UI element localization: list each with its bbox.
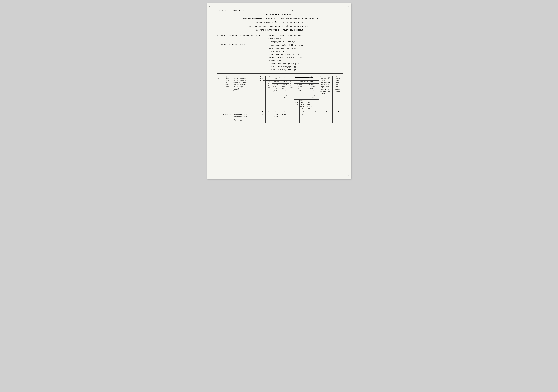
row1-labor-total: 2 (319, 113, 332, 123)
cost-on: Стоимость на: (268, 59, 343, 62)
header-total-all-val: ос-нов-ной (294, 100, 300, 110)
corner-tr: ┐ (348, 5, 349, 7)
row1-total-basic: I (300, 113, 306, 123)
header-mass: Общаямассаобо-ру-до-ва-ния, тбруттонетто (332, 76, 343, 110)
header-cipher: Шифр иномерспози-циинорма-тива (222, 76, 233, 110)
row1-unit-mount-all: 2,040,44 (272, 113, 280, 123)
col-num-10: IO (300, 110, 306, 113)
top-right-spacer (337, 9, 343, 11)
row1-cipher: 8-481-20 (222, 113, 233, 123)
m2: 1 м2 общей площади — руб. (271, 65, 343, 68)
subtitle4: ляемого комплектно с погрузчиком скиповы… (217, 29, 343, 32)
subtitle1: к типовому проектному решению узла разде… (217, 17, 343, 20)
table-row: I 8-481-20 Присоединение кэлектросети эл… (217, 113, 343, 123)
col-num-7: 7 (280, 110, 289, 113)
col-num-12: I2 (313, 110, 319, 113)
header-total-mount: монтажных работ (294, 80, 319, 83)
row1-total-equip: — (289, 113, 294, 123)
col-num-5: 5 (265, 110, 272, 113)
basis-text: Основание: чертежи (спецификации) № СО (217, 34, 265, 37)
info-block: Основание: чертежи (спецификации) № СО С… (217, 34, 343, 72)
header-unit-cost: Стоимость единицы,руб. (265, 76, 289, 80)
row1-num: I (217, 113, 222, 123)
header-total-equip: обо-до-ва-ния (289, 80, 294, 110)
calc-unit: расчетную единицу 0,6 руб. (271, 62, 343, 65)
subtitle3: на приобретение и монтаж электрооборудов… (217, 25, 343, 28)
table-section: №пп Шифр иномерспози-циинорма-тива Наиме… (217, 76, 343, 123)
mount-works: монтажных работ 0,03 тнс.руб. (271, 43, 343, 47)
col-num-1: I (217, 110, 222, 113)
equipment: оборудования — тнс.руб. (271, 40, 343, 43)
col-num-6: 6 (272, 110, 280, 113)
header-qty: Коли-чест-во во (259, 76, 265, 110)
corner-tl: ┌ (209, 5, 210, 7)
col-num-9: 9 (294, 110, 300, 113)
in-that: В том числе: (268, 37, 343, 40)
header-total-exp-basic: в томчислезара-ботнойплаты (306, 100, 313, 110)
page-number: 44 (247, 9, 337, 12)
info-left: Основание: чертежи (спецификации) № СО С… (217, 34, 268, 72)
header-labor: Затраты тру-да рабочих,чел.-ч.,не заняты… (319, 76, 332, 110)
header-name: Наименование ихарактеристикаоборудования… (233, 76, 259, 110)
corner-br: ┘ (348, 175, 349, 177)
title-section: ЛОКАЛЬНАЯ СМЕТА № 7 к типовому проектном… (217, 13, 343, 32)
col-num-3: 3 (233, 110, 259, 113)
col-num-2: 2 (222, 110, 233, 113)
row1-qty: I (259, 113, 265, 123)
header-total-salary: зара-бот-нойплат-ы (300, 100, 306, 110)
m3: 1 м3 объема здания — руб. (271, 68, 343, 72)
info-right: Сметная стоимость 0,03 тнс.руб. В том чи… (268, 34, 343, 72)
col-num-14: I4 (332, 110, 343, 113)
col-num-11: II (306, 110, 313, 113)
col-num-8: 8 (289, 110, 294, 113)
bottom-left-mark: | (210, 174, 211, 176)
norm-cond: Нормативная условно-чистая (268, 46, 343, 50)
doc-ref: Т.П.Р. 4ТТ-I-О146.87 Ал.Ш (217, 9, 248, 12)
smet-cost: Сметная стоимость 0,03 тнс.руб. (268, 34, 343, 37)
estimate-table: №пп Шифр иномерспози-циинорма-тива Наиме… (217, 76, 343, 123)
header-total-exp-detail (313, 100, 319, 110)
header-total-exp: эксплу-атациимашинв томчислезара-ботнойп… (306, 83, 319, 100)
smet-salary: Сметная заработная плата тнс.руб. (268, 56, 343, 59)
row1-name: Присоединение кэлектросети элек-тродвига… (233, 113, 259, 123)
header-num: №пп (217, 76, 222, 110)
row1-total-exp: — (306, 113, 313, 123)
main-title: ЛОКАЛЬНАЯ СМЕТА № 7 (217, 13, 343, 16)
norm-labor: Нормативная трудоемкость чел.-ч (268, 53, 343, 56)
header-total-all: все-осн-осзара-бот-нойплаты (294, 83, 306, 100)
row1-labor-unit: 2— (313, 113, 319, 123)
subtitle2: склада мощностью 50 тнс.м3 древесины в г… (217, 21, 343, 24)
header-total-cost: Общая стоимость, руб. (289, 76, 319, 80)
row1-mass (332, 113, 343, 123)
header-unit-mount: монтажных работ (272, 80, 289, 83)
header-mount-all: всегооснов-нойзара-ботнойплаты (272, 83, 280, 110)
header-mount-exp: эксплуа-тациимашинв томчислезара-ботнойп… (280, 83, 289, 110)
document-page: ┌ ┐ ┘ Т.П.Р. 4ТТ-I-О146.87 Ал.Ш 44 ЛОКАЛ… (207, 3, 351, 179)
row1-total-all: 2 (294, 113, 300, 123)
row1-unit-equip: — (265, 113, 272, 123)
top-bar: Т.П.Р. 4ТТ-I-О146.87 Ал.Ш 44 (217, 9, 343, 12)
col-num-4: 4 (259, 110, 265, 113)
header-unit-equip: обо-до-ва-ния (265, 80, 272, 110)
production: продукция тнс.руб. (268, 50, 343, 53)
column-numbers-row: I 2 3 4 5 6 7 8 9 IO II I2 I3 I4 (217, 110, 343, 113)
row1-unit-mount-exp: 0,04— (280, 113, 289, 123)
header-row-1: №пп Шифр иномерспози-циинорма-тива Наиме… (217, 76, 343, 80)
composed-text: Составлена в ценах 1984 г. (217, 43, 265, 46)
col-num-13: I3 (319, 110, 332, 113)
